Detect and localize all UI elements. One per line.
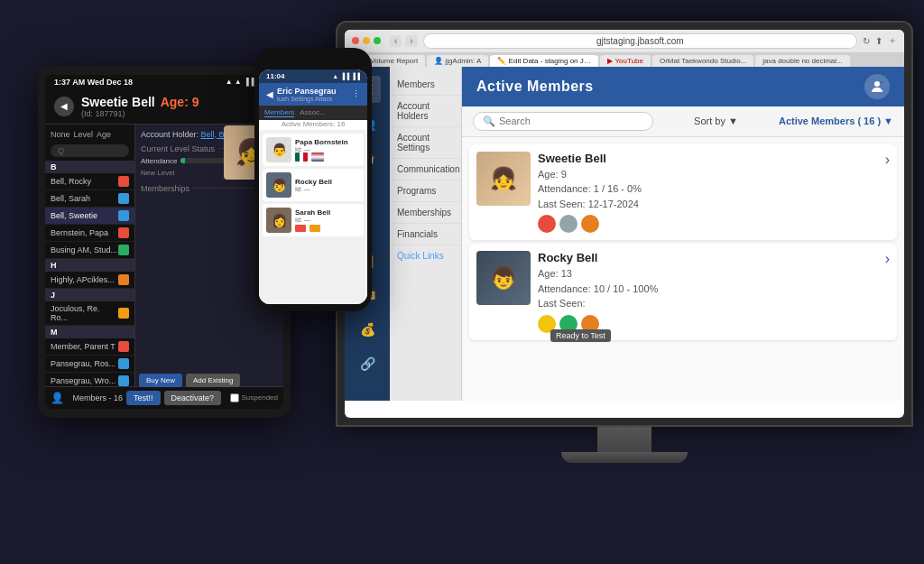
tablet-member-id: (Id: 187791)	[81, 109, 199, 118]
card-chevron-sweetie: ›	[885, 152, 890, 168]
add-member-button[interactable]	[864, 74, 890, 99]
phone-member-item[interactable]: 👨 Papa Bornstein Id: —	[263, 134, 364, 166]
list-item[interactable]: Bernstein, Papa	[45, 225, 134, 242]
tablet-member-age: Age: 9	[161, 95, 199, 109]
forward-arrow[interactable]: ›	[405, 35, 417, 47]
monitor-stand	[336, 427, 913, 463]
person-icon: 👤	[51, 392, 64, 404]
phone-device: 11:04 ▲ ▐▐ ▐▐ ◀ Eric Pansegrau tush Sett…	[254, 48, 372, 311]
sidebar-label-programs[interactable]: Programs	[390, 180, 461, 202]
list-item[interactable]: Bell, Rocky	[45, 173, 134, 190]
tab-youtube[interactable]: ▶ YouTube	[600, 55, 651, 67]
search-input[interactable]	[499, 116, 643, 126]
sidebar-label-members[interactable]: Members	[390, 74, 461, 96]
tab-jjgadmin[interactable]: 👤 jjgAdmin: A	[427, 55, 488, 67]
list-item[interactable]: Bell, Sarah	[45, 190, 134, 208]
sidebar-label-account-settings[interactable]: Account Settings	[390, 127, 461, 159]
app-toolbar: 🔍 Sort by ▼ Active Members ( 16 ) ▼	[462, 106, 904, 137]
refresh-icon[interactable]: ↻	[863, 36, 870, 46]
list-item-active[interactable]: Bell, Sweetie	[45, 208, 134, 225]
member-name-sweetie: Sweetie Bell	[538, 152, 878, 165]
search-icon: 🔍	[483, 116, 495, 127]
member-card-sweetie[interactable]: 👧 Sweetie Bell Age: 9 Attendance: 1 / 16…	[469, 144, 897, 241]
monitor-screen: ‹ › gjtstaging.jbasoft.com ↻ ⬆ ＋ 📄 Volum…	[345, 30, 904, 418]
search-box[interactable]: 🔍	[473, 112, 653, 131]
tablet-sidebar: None Level Age Q B Bell, Rocky Bell, Sar…	[45, 125, 135, 386]
member-card-rocky[interactable]: 👦 Rocky Bell Age: 13 Attendance: 10 / 10…	[469, 244, 897, 340]
stand-neck	[597, 427, 651, 454]
scene: 1:37 AM Wed Dec 18 ▲ ▲ ▐▐ 100% ◀ Sweetie…	[11, 12, 913, 553]
list-header-B: B	[45, 161, 134, 173]
badge-icon	[118, 308, 129, 319]
filter-level: Level	[74, 130, 94, 139]
tab-java[interactable]: java double no decimal...	[755, 55, 850, 67]
maximize-button[interactable]	[374, 37, 381, 44]
badge-icon	[118, 227, 129, 238]
flag-us	[311, 153, 324, 162]
buy-new-button[interactable]: Buy New	[139, 374, 182, 387]
badge-icon	[118, 193, 129, 204]
list-item[interactable]: Pansegrau, Wro...	[45, 373, 134, 386]
add-tab-icon[interactable]: ＋	[888, 34, 897, 47]
filter-button[interactable]: Active Members ( 16 ) ▼	[779, 116, 893, 126]
phone-member-list: 👨 Papa Bornstein Id: — 👦	[259, 130, 367, 304]
minimize-button[interactable]	[363, 37, 370, 44]
member-status-orange	[310, 225, 320, 232]
suspended-checkbox[interactable]: Suspended	[230, 393, 278, 402]
badge-icon	[118, 274, 129, 285]
sidebar-label-memberships[interactable]: Memberships	[390, 202, 461, 224]
close-button[interactable]	[352, 37, 359, 44]
tab-ormat[interactable]: OrMat Taekwondo Studio...	[652, 55, 753, 67]
tab-members[interactable]: Members	[264, 108, 294, 117]
sidebar-label-quick-links[interactable]: Quick Links	[390, 245, 461, 266]
deactivate-button[interactable]: Deactivate?	[164, 391, 222, 405]
list-item[interactable]: Joculous, Re. Ro...	[45, 301, 134, 326]
tablet-search-icon: Q	[58, 146, 64, 155]
member-last-seen-rocky: Last Seen:	[538, 296, 878, 311]
filter-age: Age	[97, 130, 111, 139]
tab-edit-data[interactable]: ✏️ Edit Data - staging on Jba...	[490, 55, 598, 67]
sidebar-label-financials[interactable]: Financials	[390, 224, 461, 245]
list-header-J: J	[45, 289, 134, 301]
list-header-H: H	[45, 259, 134, 272]
app-header: Active Members	[462, 67, 904, 106]
filter-none: None	[51, 130, 70, 139]
list-item[interactable]: Pansegrau, Ros...	[45, 356, 134, 373]
sidebar-quick-links-icon[interactable]: 🔗	[354, 350, 381, 377]
members-list: 👧 Sweetie Bell Age: 9 Attendance: 1 / 16…	[462, 137, 904, 401]
badge-icon	[118, 375, 129, 386]
badge-icon	[118, 176, 129, 187]
membership-buttons: Buy New Add Existing	[139, 374, 240, 387]
sidebar-label-account-holders[interactable]: Account Holders	[390, 96, 461, 127]
tablet-status-bar: 1:37 AM Wed Dec 18 ▲ ▲ ▐▐ 100%	[45, 75, 283, 89]
phone-menu-icon[interactable]: ⋮	[352, 89, 360, 98]
attendance-label: Attendance	[141, 157, 177, 165]
address-bar[interactable]: gjtstaging.jbasoft.com	[423, 33, 857, 49]
add-existing-button[interactable]: Add Existing	[186, 374, 240, 387]
sort-button[interactable]: Sort by ▼	[694, 116, 738, 126]
phone-screen: 11:04 ▲ ▐▐ ▐▐ ◀ Eric Pansegrau tush Sett…	[259, 69, 367, 304]
sidebar-label-communication[interactable]: Communication	[390, 159, 461, 180]
list-item[interactable]: Busing AM, Stud...	[45, 242, 134, 259]
back-arrow[interactable]: ‹	[390, 35, 402, 47]
list-item[interactable]: Highly, APcikles...	[45, 272, 134, 289]
tab-associations[interactable]: Assoc...	[300, 108, 325, 117]
list-item[interactable]: Member, Parent T	[45, 338, 134, 356]
phone-member-item[interactable]: 👩 Sarah Bell Id: —	[263, 204, 364, 236]
tablet-back-button[interactable]: ◀	[54, 97, 74, 116]
badge-orange	[581, 215, 599, 233]
sidebar-financials-icon[interactable]: 💰	[354, 316, 381, 343]
member-attendance-rocky: Attendance: 10 / 10 - 100%	[538, 282, 878, 297]
card-chevron-rocky: ›	[885, 251, 890, 267]
phone-back-button[interactable]: ◀	[266, 89, 273, 99]
phone-status-icons: ▲ ▐▐ ▐▐	[332, 73, 360, 79]
attendance-fill	[180, 158, 185, 163]
member-info-sweetie: Sweetie Bell Age: 9 Attendance: 1 / 16 -…	[538, 152, 878, 234]
tablet-bottom-bar: 👤 Members - 16 Test!! Deactivate? Suspen…	[45, 386, 283, 409]
member-name-rocky: Rocky Bell	[538, 251, 878, 264]
test-button[interactable]: Test!!	[126, 391, 161, 405]
tablet-search-box[interactable]: Q	[51, 144, 129, 157]
share-icon[interactable]: ⬆	[875, 36, 882, 46]
add-person-icon	[871, 80, 883, 93]
phone-member-item[interactable]: 👦 Rocky Bell Id: —	[263, 169, 364, 201]
